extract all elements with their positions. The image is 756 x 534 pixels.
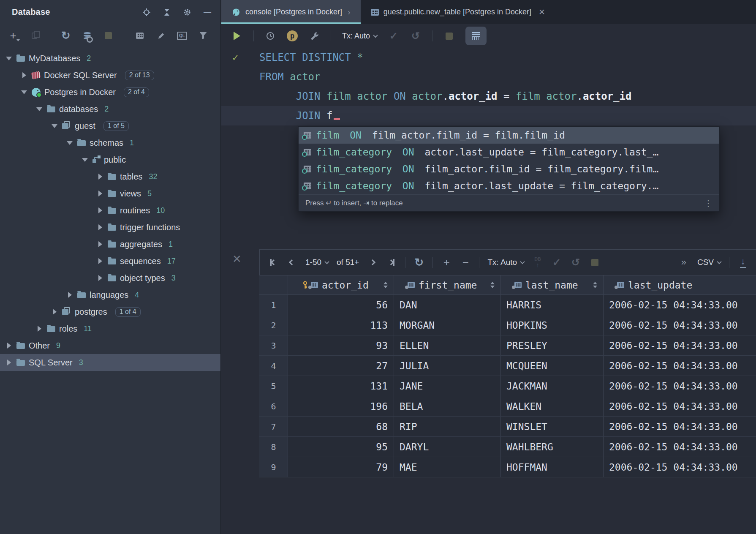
stop-button[interactable] bbox=[103, 29, 114, 43]
run-button[interactable] bbox=[231, 29, 242, 43]
sort-arrows-icon[interactable] bbox=[593, 282, 597, 288]
sort-arrows-icon[interactable] bbox=[383, 282, 388, 288]
completion-item-film-0[interactable]: film ON film_actor.film_id = film.film_i… bbox=[299, 127, 719, 144]
reload-button[interactable]: ↻ bbox=[413, 255, 424, 270]
expand-arrow-icon[interactable] bbox=[96, 174, 104, 180]
last-page-button[interactable] bbox=[386, 255, 397, 270]
row-number[interactable]: 6 bbox=[259, 396, 288, 416]
expand-arrow-icon[interactable] bbox=[96, 224, 104, 230]
delete-row-button[interactable]: − bbox=[460, 255, 471, 270]
row-number[interactable]: 2 bbox=[259, 315, 288, 335]
stop-button[interactable] bbox=[589, 255, 600, 270]
collapse-arrow-icon[interactable] bbox=[51, 124, 58, 128]
cell-last_name[interactable]: WINSLET bbox=[501, 417, 604, 436]
add-button[interactable]: + bbox=[8, 29, 19, 43]
cell-actor_id[interactable]: 79 bbox=[288, 457, 394, 477]
collapse-all-button[interactable] bbox=[161, 5, 172, 19]
tab-console-postgres-in-docker[interactable]: console [Postgres in Docker]› bbox=[221, 0, 361, 24]
download-button[interactable]: ↓ bbox=[737, 255, 748, 270]
expand-arrow-icon[interactable] bbox=[96, 241, 104, 247]
clock-button[interactable] bbox=[265, 29, 276, 43]
expand-arrow-icon[interactable] bbox=[66, 292, 73, 298]
edit-button[interactable] bbox=[155, 29, 166, 43]
filter-button[interactable] bbox=[198, 29, 209, 43]
tree-item-schemas[interactable]: schemas1 bbox=[0, 134, 220, 151]
expand-arrow-icon[interactable] bbox=[96, 275, 104, 281]
tree-item-languages[interactable]: languages4 bbox=[0, 286, 220, 303]
sort-arrows-icon[interactable] bbox=[490, 282, 495, 288]
chevrons-right-button[interactable]: » bbox=[678, 255, 689, 270]
code-line-2[interactable]: FROM actor bbox=[221, 67, 756, 87]
cell-actor_id[interactable]: 113 bbox=[288, 315, 394, 335]
tree-item-postgres-in-docker[interactable]: Postgres in Docker2 of 4 bbox=[0, 84, 220, 101]
locate-button[interactable] bbox=[141, 5, 152, 19]
cell-last_update[interactable]: 2006-02-15 04:34:33.00 bbox=[604, 376, 756, 396]
hide-button[interactable]: — bbox=[202, 5, 213, 19]
collapse-arrow-icon[interactable] bbox=[5, 57, 13, 60]
tree-item-docker-sql-server[interactable]: Docker SQL Server2 of 13 bbox=[0, 67, 220, 84]
cell-actor_id[interactable]: 131 bbox=[288, 376, 394, 396]
code-line-1[interactable]: ✓SELECT DISTINCT * bbox=[221, 48, 756, 67]
cell-first_name[interactable]: JULIA bbox=[394, 356, 501, 376]
stop-button[interactable] bbox=[443, 29, 454, 43]
cell-last_update[interactable]: 2006-02-15 04:34:33.00 bbox=[604, 457, 756, 477]
cell-actor_id[interactable]: 95 bbox=[288, 437, 394, 457]
cell-first_name[interactable]: DAN bbox=[394, 295, 501, 315]
collapse-arrow-icon[interactable] bbox=[81, 158, 89, 162]
cell-first_name[interactable]: RIP bbox=[394, 417, 501, 436]
code-line-4[interactable]: JOIN f bbox=[221, 106, 756, 125]
rollback-button[interactable]: ↺ bbox=[410, 29, 421, 43]
export-format-selector[interactable]: CSV bbox=[697, 258, 721, 267]
in-editor-results-button[interactable] bbox=[465, 27, 487, 45]
prev-page-button[interactable] bbox=[286, 255, 297, 270]
tree-item-aggregates[interactable]: aggregates1 bbox=[0, 236, 220, 253]
row-number[interactable]: 3 bbox=[259, 335, 288, 355]
cell-first_name[interactable]: JANE bbox=[394, 376, 501, 396]
completion-item-film-category-2[interactable]: film_category ON film_actor.film_id = fi… bbox=[299, 161, 719, 177]
code-line-3[interactable]: JOIN film_actor ON actor.actor_id = film… bbox=[221, 87, 756, 106]
cell-last_name[interactable]: WAHLBERG bbox=[501, 437, 604, 457]
cell-first_name[interactable]: MORGAN bbox=[394, 315, 501, 335]
cell-last_name[interactable]: HOPKINS bbox=[501, 315, 604, 335]
tree-item-guest[interactable]: guest1 of 5 bbox=[0, 117, 220, 134]
cell-first_name[interactable]: BELA bbox=[394, 396, 501, 416]
next-page-button[interactable] bbox=[367, 255, 378, 270]
cell-actor_id[interactable]: 93 bbox=[288, 335, 394, 355]
column-header-actor_id[interactable]: actor_id bbox=[288, 275, 394, 294]
collapse-arrow-icon[interactable] bbox=[66, 141, 73, 145]
column-header-last_name[interactable]: last_name bbox=[501, 275, 604, 294]
row-number[interactable]: 5 bbox=[259, 376, 288, 396]
expand-arrow-icon[interactable] bbox=[51, 309, 58, 315]
completion-item-film-category-1[interactable]: film_category ON actor.last_update = fil… bbox=[299, 144, 719, 161]
cell-last_name[interactable]: HOFFMAN bbox=[501, 457, 604, 477]
submit-db-button[interactable]: DB↑ bbox=[532, 255, 543, 270]
cell-actor_id[interactable]: 56 bbox=[288, 295, 394, 315]
row-number[interactable]: 7 bbox=[259, 417, 288, 436]
cell-last_update[interactable]: 2006-02-15 04:34:33.00 bbox=[604, 295, 756, 315]
expand-arrow-icon[interactable] bbox=[96, 258, 104, 264]
collapse-arrow-icon[interactable] bbox=[20, 90, 28, 94]
cell-actor_id[interactable]: 27 bbox=[288, 356, 394, 376]
cell-first_name[interactable]: MAE bbox=[394, 457, 501, 477]
jdbc-settings-button[interactable] bbox=[309, 29, 320, 43]
expand-arrow-icon[interactable] bbox=[20, 72, 28, 78]
cell-last_update[interactable]: 2006-02-15 04:34:33.00 bbox=[604, 417, 756, 436]
tree-item-mydatabases[interactable]: MyDatabases2 bbox=[0, 50, 220, 67]
expand-arrow-icon[interactable] bbox=[35, 326, 43, 332]
cell-last_name[interactable]: JACKMAN bbox=[501, 376, 604, 396]
completion-item-film-category-3[interactable]: film_category ON film_actor.last_update … bbox=[299, 177, 719, 194]
cell-first_name[interactable]: ELLEN bbox=[394, 335, 501, 355]
tree-item-tables[interactable]: tables32 bbox=[0, 168, 220, 185]
column-header-first_name[interactable]: first_name bbox=[394, 275, 501, 294]
tree-item-roles[interactable]: roles11 bbox=[0, 320, 220, 337]
tx-selector[interactable]: Tx: Auto bbox=[487, 258, 524, 267]
cell-last_update[interactable]: 2006-02-15 04:34:33.00 bbox=[604, 335, 756, 355]
cell-last_update[interactable]: 2006-02-15 04:34:33.00 bbox=[604, 437, 756, 457]
tree-item-public[interactable]: public bbox=[0, 151, 220, 168]
refresh-button[interactable]: ↻ bbox=[60, 29, 71, 43]
cell-last_update[interactable]: 2006-02-15 04:34:33.00 bbox=[604, 396, 756, 416]
cell-first_name[interactable]: DARYL bbox=[394, 437, 501, 457]
cell-last_name[interactable]: WALKEN bbox=[501, 396, 604, 416]
duplicate-button[interactable] bbox=[29, 29, 40, 43]
cell-last_update[interactable]: 2006-02-15 04:34:33.00 bbox=[604, 315, 756, 335]
